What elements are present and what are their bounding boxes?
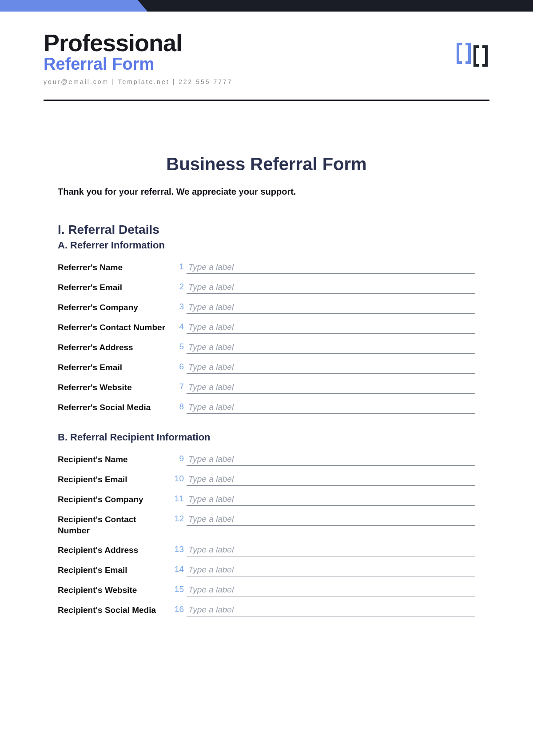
field-row: Recipient's Address 13 (58, 544, 475, 556)
field-row: Referrer's Address 5 (58, 342, 475, 354)
field-row: Referrer's Website 7 (58, 382, 475, 394)
field-label: Recipient's Address (58, 544, 173, 556)
recipient-company-input[interactable] (187, 494, 475, 506)
field-label: Recipient's Social Media (58, 604, 173, 616)
header-contact: your@email.com | Template.net | 222 555 … (44, 78, 489, 85)
field-row: Recipient's Website 15 (58, 584, 475, 596)
field-row: Referrer's Company 3 (58, 302, 475, 314)
referrer-social-input[interactable] (187, 402, 475, 414)
field-label: Referrer's Name (58, 262, 173, 273)
field-number: 14 (173, 564, 187, 574)
field-row: Recipient's Email 14 (58, 564, 475, 576)
form-title: Business Referral Form (58, 154, 475, 174)
content: Business Referral Form Thank you for you… (0, 101, 533, 651)
recipient-email2-input[interactable] (187, 564, 475, 576)
field-row: Recipient's Email 10 (58, 474, 475, 486)
field-number: 7 (173, 382, 187, 392)
field-number: 5 (173, 342, 187, 352)
field-label: Recipient's Name (58, 454, 173, 465)
field-row: Recipient's Name 9 (58, 454, 475, 466)
recipient-name-input[interactable] (187, 454, 475, 466)
field-number: 15 (173, 584, 187, 594)
recipient-address-input[interactable] (187, 544, 475, 556)
field-row: Referrer's Name 1 (58, 262, 475, 274)
referrer-fields: Referrer's Name 1 Referrer's Email 2 Ref… (58, 262, 475, 414)
field-label: Referrer's Website (58, 382, 173, 393)
header-subtitle: Referral Form (44, 55, 489, 74)
field-label: Referrer's Address (58, 342, 173, 353)
field-label: Recipient's Email (58, 564, 173, 576)
field-label: Referrer's Contact Number (58, 322, 173, 333)
field-label: Recipient's Email (58, 474, 173, 485)
field-number: 3 (173, 302, 187, 312)
field-number: 6 (173, 362, 187, 372)
referrer-email2-input[interactable] (187, 362, 475, 374)
field-label: Referrer's Email (58, 282, 173, 293)
field-number: 4 (173, 322, 187, 332)
referrer-company-input[interactable] (187, 302, 475, 314)
field-number: 1 (173, 262, 187, 272)
field-number: 16 (173, 604, 187, 614)
field-row: Referrer's Social Media 8 (58, 402, 475, 414)
field-label: Referrer's Email (58, 362, 173, 373)
field-label: Recipient's Website (58, 584, 173, 596)
field-label: Recipient's Company (58, 494, 173, 505)
header: Professional Referral Form your@email.co… (0, 0, 533, 85)
field-row: Referrer's Contact Number 4 (58, 322, 475, 334)
subsection-b-heading: B. Referral Recipient Information (58, 432, 475, 443)
recipient-fields: Recipient's Name 9 Recipient's Email 10 … (58, 454, 475, 616)
field-number: 10 (173, 474, 187, 484)
field-number: 13 (173, 544, 187, 554)
referrer-website-input[interactable] (187, 382, 475, 394)
field-label: Referrer's Social Media (58, 402, 173, 413)
field-number: 9 (173, 454, 187, 464)
logo-icon (455, 40, 489, 67)
field-row: Referrer's Email 2 (58, 282, 475, 294)
field-number: 2 (173, 282, 187, 292)
section-1-heading: I. Referral Details (58, 223, 475, 237)
recipient-website-input[interactable] (187, 584, 475, 596)
subsection-a-heading: A. Referrer Information (58, 240, 475, 251)
field-number: 8 (173, 402, 187, 412)
header-title: Professional (44, 30, 489, 56)
recipient-email-input[interactable] (187, 474, 475, 486)
field-row: Recipient's Company 11 (58, 494, 475, 506)
field-row: Recipient's Contact Number 12 (58, 514, 475, 536)
field-number: 12 (173, 514, 187, 524)
field-number: 11 (173, 494, 187, 504)
field-row: Referrer's Email 6 (58, 362, 475, 374)
referrer-email-input[interactable] (187, 282, 475, 294)
field-label: Referrer's Company (58, 302, 173, 313)
referrer-contact-input[interactable] (187, 322, 475, 334)
field-row: Recipient's Social Media 16 (58, 604, 475, 616)
recipient-social-input[interactable] (187, 604, 475, 616)
referrer-address-input[interactable] (187, 342, 475, 354)
referrer-name-input[interactable] (187, 262, 475, 274)
thank-you-text: Thank you for your referral. We apprecia… (58, 187, 475, 197)
recipient-contact-input[interactable] (187, 514, 475, 526)
field-label: Recipient's Contact Number (58, 514, 173, 536)
